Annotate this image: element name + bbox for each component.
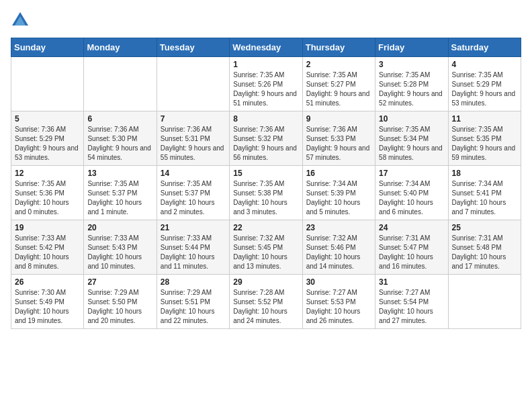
- day-number: 2: [306, 60, 371, 69]
- day-number: 26: [15, 277, 80, 287]
- day-number: 4: [452, 60, 517, 69]
- day-detail: Sunrise: 7:35 AM Sunset: 5:36 PM Dayligh…: [15, 179, 80, 217]
- day-detail: Sunrise: 7:34 AM Sunset: 5:39 PM Dayligh…: [306, 179, 371, 217]
- day-number: 31: [379, 277, 444, 287]
- page-header: [11, 11, 521, 30]
- day-number: 19: [15, 223, 80, 232]
- day-number: 3: [379, 60, 444, 69]
- calendar-cell: 21Sunrise: 7:33 AM Sunset: 5:44 PM Dayli…: [157, 220, 229, 275]
- day-number: 8: [233, 114, 298, 124]
- day-detail: Sunrise: 7:35 AM Sunset: 5:27 PM Dayligh…: [306, 71, 371, 108]
- week-row-3: 12Sunrise: 7:35 AM Sunset: 5:36 PM Dayli…: [11, 166, 521, 220]
- calendar-cell: 24Sunrise: 7:31 AM Sunset: 5:47 PM Dayli…: [375, 220, 448, 275]
- calendar-cell: 1Sunrise: 7:35 AM Sunset: 5:26 PM Daylig…: [230, 57, 302, 111]
- day-number: 5: [15, 114, 80, 124]
- weekday-header-wednesday: Wednesday: [230, 38, 302, 57]
- day-number: 21: [161, 223, 226, 232]
- day-number: 9: [306, 114, 371, 124]
- day-number: 23: [306, 223, 371, 232]
- day-number: 11: [452, 114, 517, 124]
- calendar-cell: 3Sunrise: 7:35 AM Sunset: 5:28 PM Daylig…: [375, 57, 448, 111]
- calendar-cell: 15Sunrise: 7:35 AM Sunset: 5:38 PM Dayli…: [230, 166, 302, 220]
- day-number: 24: [379, 223, 444, 232]
- day-detail: Sunrise: 7:29 AM Sunset: 5:50 PM Dayligh…: [87, 288, 152, 326]
- day-detail: Sunrise: 7:35 AM Sunset: 5:26 PM Dayligh…: [233, 71, 298, 108]
- day-detail: Sunrise: 7:27 AM Sunset: 5:53 PM Dayligh…: [306, 288, 371, 326]
- day-detail: Sunrise: 7:36 AM Sunset: 5:32 PM Dayligh…: [233, 125, 298, 163]
- weekday-header-thursday: Thursday: [302, 38, 375, 57]
- day-detail: Sunrise: 7:36 AM Sunset: 5:30 PM Dayligh…: [87, 125, 152, 163]
- calendar-cell: 14Sunrise: 7:35 AM Sunset: 5:37 PM Dayli…: [157, 166, 229, 220]
- day-number: 16: [306, 169, 371, 178]
- calendar-cell: 9Sunrise: 7:36 AM Sunset: 5:33 PM Daylig…: [302, 111, 375, 166]
- day-number: 6: [87, 114, 152, 124]
- logo: [11, 11, 32, 30]
- day-number: 30: [306, 277, 371, 287]
- weekday-header-friday: Friday: [375, 38, 448, 57]
- calendar-cell: 25Sunrise: 7:31 AM Sunset: 5:48 PM Dayli…: [448, 220, 521, 275]
- day-number: 29: [233, 277, 298, 287]
- day-detail: Sunrise: 7:30 AM Sunset: 5:49 PM Dayligh…: [15, 288, 80, 326]
- week-row-1: 1Sunrise: 7:35 AM Sunset: 5:26 PM Daylig…: [11, 57, 521, 111]
- weekday-header-monday: Monday: [84, 38, 157, 57]
- calendar-cell: 13Sunrise: 7:35 AM Sunset: 5:37 PM Dayli…: [84, 166, 157, 220]
- logo-icon: [11, 11, 30, 30]
- day-detail: Sunrise: 7:35 AM Sunset: 5:28 PM Dayligh…: [379, 71, 444, 108]
- weekday-header-row: SundayMondayTuesdayWednesdayThursdayFrid…: [11, 38, 521, 57]
- calendar-cell: 12Sunrise: 7:35 AM Sunset: 5:36 PM Dayli…: [11, 166, 84, 220]
- calendar-cell: 19Sunrise: 7:33 AM Sunset: 5:42 PM Dayli…: [11, 220, 84, 275]
- calendar-cell: 27Sunrise: 7:29 AM Sunset: 5:50 PM Dayli…: [84, 275, 157, 329]
- calendar-cell: [11, 57, 84, 111]
- day-number: 14: [161, 169, 226, 178]
- week-row-5: 26Sunrise: 7:30 AM Sunset: 5:49 PM Dayli…: [11, 275, 521, 329]
- day-detail: Sunrise: 7:35 AM Sunset: 5:38 PM Dayligh…: [233, 179, 298, 217]
- day-detail: Sunrise: 7:31 AM Sunset: 5:47 PM Dayligh…: [379, 234, 444, 271]
- calendar-cell: 6Sunrise: 7:36 AM Sunset: 5:30 PM Daylig…: [84, 111, 157, 166]
- calendar-cell: 18Sunrise: 7:34 AM Sunset: 5:41 PM Dayli…: [448, 166, 521, 220]
- week-row-2: 5Sunrise: 7:36 AM Sunset: 5:29 PM Daylig…: [11, 111, 521, 166]
- day-number: 28: [161, 277, 226, 287]
- weekday-header-sunday: Sunday: [11, 38, 84, 57]
- day-detail: Sunrise: 7:32 AM Sunset: 5:46 PM Dayligh…: [306, 234, 371, 271]
- day-detail: Sunrise: 7:35 AM Sunset: 5:34 PM Dayligh…: [379, 125, 444, 163]
- day-number: 12: [15, 169, 80, 178]
- calendar-cell: 7Sunrise: 7:36 AM Sunset: 5:31 PM Daylig…: [157, 111, 229, 166]
- day-detail: Sunrise: 7:36 AM Sunset: 5:31 PM Dayligh…: [161, 125, 226, 163]
- day-number: 20: [87, 223, 152, 232]
- day-number: 1: [233, 60, 298, 69]
- day-detail: Sunrise: 7:35 AM Sunset: 5:29 PM Dayligh…: [452, 71, 517, 108]
- calendar-cell: 28Sunrise: 7:29 AM Sunset: 5:51 PM Dayli…: [157, 275, 229, 329]
- calendar-cell: 11Sunrise: 7:35 AM Sunset: 5:35 PM Dayli…: [448, 111, 521, 166]
- day-number: 22: [233, 223, 298, 232]
- day-number: 17: [379, 169, 444, 178]
- day-number: 18: [452, 169, 517, 178]
- calendar-cell: 23Sunrise: 7:32 AM Sunset: 5:46 PM Dayli…: [302, 220, 375, 275]
- calendar-cell: 8Sunrise: 7:36 AM Sunset: 5:32 PM Daylig…: [230, 111, 302, 166]
- weekday-header-tuesday: Tuesday: [157, 38, 229, 57]
- day-detail: Sunrise: 7:27 AM Sunset: 5:54 PM Dayligh…: [379, 288, 444, 326]
- day-detail: Sunrise: 7:33 AM Sunset: 5:42 PM Dayligh…: [15, 234, 80, 271]
- day-number: 13: [87, 169, 152, 178]
- calendar-cell: 2Sunrise: 7:35 AM Sunset: 5:27 PM Daylig…: [302, 57, 375, 111]
- day-number: 10: [379, 114, 444, 124]
- calendar-cell: [157, 57, 229, 111]
- day-detail: Sunrise: 7:28 AM Sunset: 5:52 PM Dayligh…: [233, 288, 298, 326]
- calendar-cell: 5Sunrise: 7:36 AM Sunset: 5:29 PM Daylig…: [11, 111, 84, 166]
- day-number: 15: [233, 169, 298, 178]
- day-detail: Sunrise: 7:33 AM Sunset: 5:43 PM Dayligh…: [87, 234, 152, 271]
- day-number: 25: [452, 223, 517, 232]
- calendar-cell: 22Sunrise: 7:32 AM Sunset: 5:45 PM Dayli…: [230, 220, 302, 275]
- calendar-cell: 16Sunrise: 7:34 AM Sunset: 5:39 PM Dayli…: [302, 166, 375, 220]
- weekday-header-saturday: Saturday: [448, 38, 521, 57]
- calendar-cell: 29Sunrise: 7:28 AM Sunset: 5:52 PM Dayli…: [230, 275, 302, 329]
- calendar-cell: 20Sunrise: 7:33 AM Sunset: 5:43 PM Dayli…: [84, 220, 157, 275]
- day-detail: Sunrise: 7:36 AM Sunset: 5:33 PM Dayligh…: [306, 125, 371, 163]
- calendar-cell: [448, 275, 521, 329]
- day-detail: Sunrise: 7:35 AM Sunset: 5:35 PM Dayligh…: [452, 125, 517, 163]
- day-detail: Sunrise: 7:33 AM Sunset: 5:44 PM Dayligh…: [161, 234, 226, 271]
- calendar-cell: 4Sunrise: 7:35 AM Sunset: 5:29 PM Daylig…: [448, 57, 521, 111]
- calendar-cell: 10Sunrise: 7:35 AM Sunset: 5:34 PM Dayli…: [375, 111, 448, 166]
- calendar-cell: 31Sunrise: 7:27 AM Sunset: 5:54 PM Dayli…: [375, 275, 448, 329]
- calendar-cell: 30Sunrise: 7:27 AM Sunset: 5:53 PM Dayli…: [302, 275, 375, 329]
- week-row-4: 19Sunrise: 7:33 AM Sunset: 5:42 PM Dayli…: [11, 220, 521, 275]
